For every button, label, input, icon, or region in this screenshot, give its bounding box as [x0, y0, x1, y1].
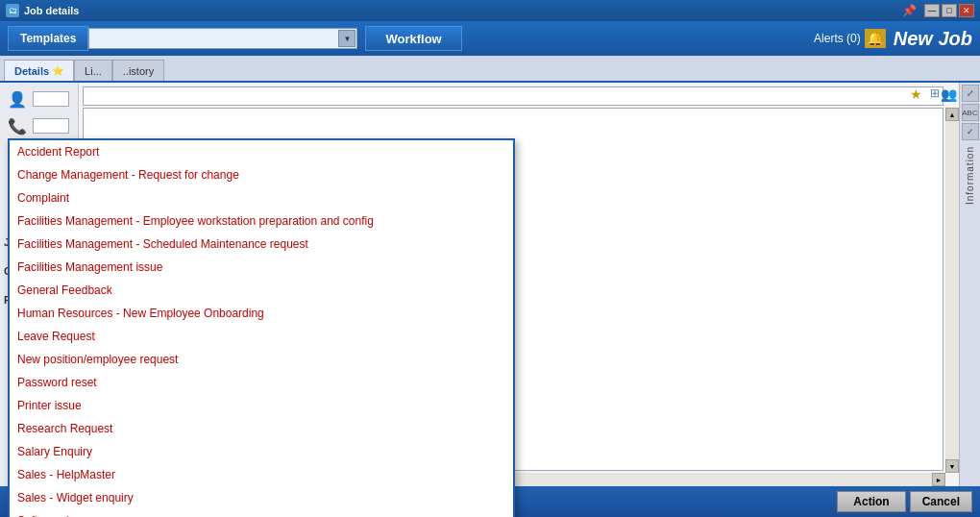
window-controls: — □ ✕ — [924, 4, 974, 17]
cancel-button[interactable]: Cancel — [910, 491, 972, 512]
pin-icon: 📌 — [902, 4, 917, 17]
right-panel: ⤢ ABC ✓ Information — [959, 83, 980, 486]
dropdown-item-8[interactable]: Leave Request — [10, 325, 513, 348]
dropdown-item-4[interactable]: Facilities Management - Scheduled Mainte… — [10, 233, 513, 256]
dropdown-item-13[interactable]: Salary Enquiry — [10, 440, 513, 463]
dropdown-item-10[interactable]: Password reset — [10, 371, 513, 394]
minimize-button[interactable]: — — [924, 4, 940, 17]
dropdown-item-11[interactable]: Printer issue — [10, 394, 513, 417]
sidebar-contact: 👤 — [2, 86, 76, 111]
people-icon[interactable]: 👥 — [941, 86, 957, 102]
dropdown-item-0[interactable]: Accident Report — [10, 140, 513, 163]
templates-button[interactable]: Templates — [8, 26, 88, 51]
dropdown-item-15[interactable]: Sales - Widget enquiry — [10, 486, 513, 509]
template-input-wrapper: ▼ — [88, 28, 357, 49]
abc-btn[interactable]: ABC — [962, 104, 979, 121]
favorite-star-icon: ★ — [910, 86, 922, 102]
sidebar-phone: 📞 — [2, 113, 76, 138]
fullscreen-btn[interactable]: ⤢ — [962, 85, 979, 102]
scroll-right-btn[interactable]: ► — [932, 473, 945, 486]
dropdown-item-1[interactable]: Change Management - Request for change — [10, 163, 513, 186]
phone-icon: 📞 — [6, 115, 29, 136]
dropdown-item-9[interactable]: New position/employee request — [10, 348, 513, 371]
tab-details[interactable]: Details ⭐ — [4, 60, 74, 81]
dropdown-item-5[interactable]: Facilities Management issue — [10, 256, 513, 279]
scroll-down-btn[interactable]: ▼ — [945, 459, 959, 473]
tab-history[interactable]: ..istory — [112, 60, 164, 81]
dropdown-item-2[interactable]: Complaint — [10, 186, 513, 209]
tab-list-label: Li... — [85, 65, 102, 77]
template-input[interactable] — [88, 28, 357, 49]
scroll-up-btn[interactable]: ▲ — [945, 108, 959, 121]
template-dropdown[interactable]: Accident Report Change Management - Requ… — [8, 138, 515, 517]
window-title: Job details — [24, 5, 902, 16]
main-content: 👤 📞 🏢 Site 📞 ▦ Ty... Jobtype Contact typ… — [0, 83, 980, 486]
vertical-scrollbar[interactable]: ▲ ▼ — [945, 108, 959, 473]
dropdown-item-14[interactable]: Sales - HelpMaster — [10, 463, 513, 486]
grid-icon[interactable]: ⊞ — [930, 86, 940, 100]
action-button[interactable]: Action — [837, 491, 905, 512]
maximize-button[interactable]: □ — [942, 4, 957, 17]
scroll-track — [945, 121, 959, 459]
info-label: Information — [965, 146, 975, 205]
tab-list[interactable]: Li... — [74, 60, 112, 81]
new-job-title: New Job — [894, 28, 972, 50]
dropdown-item-7[interactable]: Human Resources - New Employee Onboardin… — [10, 302, 513, 325]
dropdown-item-6[interactable]: General Feedback — [10, 279, 513, 302]
app-icon: 🗂 — [6, 4, 19, 17]
contact-type-input[interactable] — [33, 91, 69, 107]
toolbar: Templates ▼ Workflow Alerts (0) 🔔 New Jo… — [0, 21, 980, 56]
tab-star: ⭐ — [52, 65, 63, 76]
check-btn[interactable]: ✓ — [962, 123, 979, 140]
alert-icon: 🔔 — [865, 29, 886, 48]
dropdown-item-16[interactable]: Software bug — [10, 509, 513, 517]
close-button[interactable]: ✕ — [959, 4, 974, 17]
tabs-row: Details ⭐ Li... ..istory — [0, 56, 980, 83]
title-bar: 🗂 Job details 📌 — □ ✕ — [0, 0, 980, 21]
template-dropdown-arrow[interactable]: ▼ — [338, 30, 355, 47]
dropdown-item-3[interactable]: Facilities Management - Employee worksta… — [10, 209, 513, 233]
top-input-field[interactable] — [83, 86, 943, 106]
contact-icon: 👤 — [6, 88, 29, 110]
tab-details-label: Details — [14, 65, 49, 77]
phone-input[interactable] — [33, 118, 69, 134]
dropdown-item-12[interactable]: Research Request — [10, 417, 513, 440]
workflow-button[interactable]: Workflow — [365, 26, 461, 51]
alerts-label: Alerts (0) — [814, 32, 861, 45]
tab-history-label: ..istory — [123, 65, 154, 77]
alerts-section: Alerts (0) 🔔 — [814, 29, 886, 48]
dropdown-list: Accident Report Change Management - Requ… — [10, 140, 513, 517]
